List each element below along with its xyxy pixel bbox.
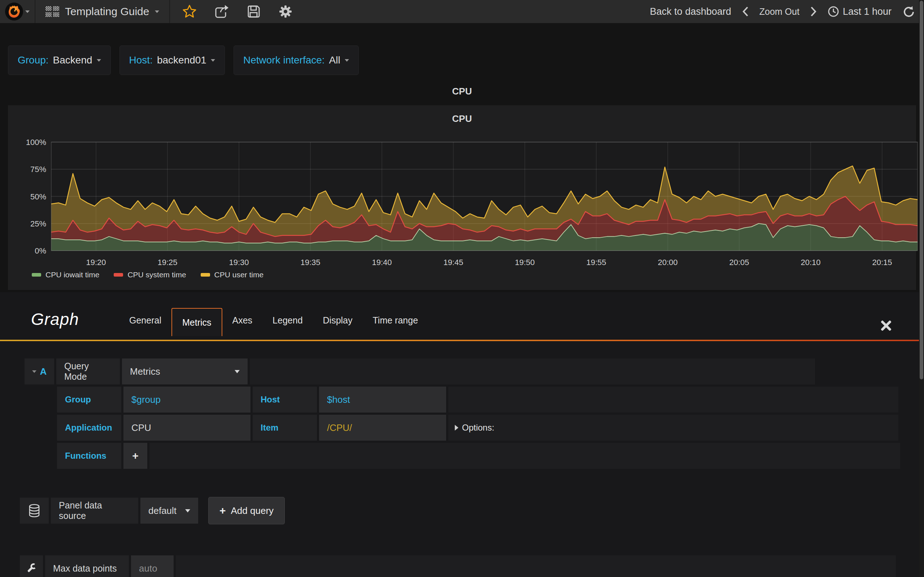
star-icon[interactable]: [182, 4, 197, 19]
wrench-cell: [20, 555, 43, 577]
datasource-label: Panel data source: [51, 498, 138, 524]
variable-host[interactable]: Host: backend01: [120, 45, 225, 75]
datasource-icon-cell: [20, 498, 49, 524]
svg-text:19:20: 19:20: [86, 258, 106, 267]
legend-item-iowait[interactable]: CPU iowait time: [32, 271, 99, 279]
svg-text:19:25: 19:25: [157, 258, 177, 267]
time-picker[interactable]: Last 1 hour: [828, 6, 892, 17]
clock-icon: [828, 6, 839, 17]
svg-text:19:35: 19:35: [300, 258, 320, 267]
svg-text:25%: 25%: [30, 219, 46, 228]
zoom-left-chevron-icon[interactable]: [742, 6, 749, 17]
svg-text:20:05: 20:05: [729, 258, 749, 267]
tab-axes[interactable]: Axes: [222, 309, 263, 332]
panel-editor: Graph General Metrics Axes Legend Displa…: [0, 292, 924, 577]
tab-display[interactable]: Display: [313, 309, 363, 332]
logo-dropdown-caret: [25, 10, 30, 13]
svg-text:19:45: 19:45: [443, 258, 463, 267]
item-field-input[interactable]: /CPU/: [319, 415, 446, 441]
dashboard-title-dropdown[interactable]: Templating Guide: [36, 0, 169, 23]
top-nav: Templating Guide Ba: [0, 0, 924, 23]
query-row-filler: [250, 358, 815, 384]
scrollbar-thumb[interactable]: [920, 1, 923, 379]
wrench-icon: [26, 562, 37, 574]
query-row-functions: Functions +: [57, 443, 900, 469]
legend-item-system[interactable]: CPU system time: [114, 271, 186, 279]
grafana-logo: [5, 3, 23, 21]
svg-text:20:00: 20:00: [657, 258, 677, 267]
select-caret-icon: [234, 370, 240, 373]
row-filler: [149, 443, 900, 469]
chart-legend: CPU iowait time CPU system time CPU user…: [32, 271, 263, 279]
tab-underline: [0, 340, 924, 341]
panel-title[interactable]: CPU: [8, 113, 916, 124]
dashboard-grid-icon: [45, 6, 59, 17]
query-collapse-toggle[interactable]: A: [24, 358, 54, 384]
functions-label: Functions: [57, 443, 121, 469]
query-row-group-host: Group $group Host $host: [57, 387, 898, 413]
gear-icon[interactable]: [278, 4, 293, 19]
query-row-a: A Query Mode Metrics: [24, 358, 815, 384]
variable-group-value: Backend: [53, 55, 92, 66]
tab-metrics[interactable]: Metrics: [171, 308, 222, 336]
back-to-dashboard-link[interactable]: Back to dashboard: [650, 6, 731, 17]
svg-text:19:50: 19:50: [515, 258, 535, 267]
variable-group[interactable]: Group: Backend: [8, 45, 111, 75]
add-query-button[interactable]: + Add query: [208, 497, 285, 524]
save-icon[interactable]: [247, 4, 261, 19]
panel-type-title: Graph: [31, 309, 79, 329]
grafana-flame-icon: [7, 4, 21, 19]
zoom-out-button[interactable]: Zoom Out: [759, 6, 800, 17]
variable-host-label: Host:: [129, 55, 153, 66]
host-field-input[interactable]: $host: [319, 387, 446, 413]
variable-network-interface-label: Network interface:: [243, 55, 325, 66]
application-field-label: Application: [57, 415, 121, 441]
options-expand-icon: [455, 425, 459, 430]
item-field-label: Item: [253, 415, 317, 441]
row-filler: [176, 555, 896, 577]
svg-text:0%: 0%: [35, 246, 46, 255]
variable-network-interface-caret: [345, 59, 349, 62]
add-function-button[interactable]: +: [123, 443, 147, 469]
group-field-input[interactable]: $group: [123, 387, 250, 413]
query-mode-label: Query Mode: [56, 358, 120, 384]
zoom-right-chevron-icon[interactable]: [810, 6, 817, 17]
options-toggle[interactable]: Options:: [448, 415, 898, 441]
variable-host-caret: [211, 59, 215, 62]
max-data-points-input[interactable]: auto: [131, 555, 174, 577]
legend-swatch-user: [201, 273, 210, 277]
max-data-points-row: Max data points auto: [20, 555, 896, 577]
variable-group-label: Group:: [18, 55, 49, 66]
svg-text:75%: 75%: [30, 165, 46, 174]
svg-text:20:15: 20:15: [872, 258, 892, 267]
dashboard-row-title: CPU: [0, 86, 924, 97]
close-editor-icon[interactable]: [880, 319, 892, 332]
variable-host-value: backend01: [157, 55, 207, 66]
select-caret-icon: [185, 509, 190, 513]
tab-time-range[interactable]: Time range: [363, 309, 428, 332]
query-row-application-item: Application CPU Item /CPU/ Options:: [57, 415, 898, 441]
grafana-logo-menu[interactable]: [0, 0, 35, 23]
variable-network-interface[interactable]: Network interface: All: [234, 45, 359, 75]
variable-group-caret: [97, 59, 101, 62]
dashboard-title-caret: [155, 10, 159, 13]
scrollbar-track[interactable]: [919, 0, 924, 577]
options-label: Options:: [462, 423, 494, 433]
refresh-icon[interactable]: [902, 5, 914, 18]
application-field-input[interactable]: CPU: [123, 415, 250, 441]
time-range-label: Last 1 hour: [843, 6, 892, 17]
tab-general[interactable]: General: [119, 309, 171, 332]
share-icon[interactable]: [214, 4, 229, 19]
legend-item-user[interactable]: CPU user time: [201, 271, 264, 279]
svg-text:100%: 100%: [26, 138, 46, 147]
cpu-chart: 0%25%50%75%100%19:2019:2519:3019:3519:40…: [19, 134, 922, 268]
collapse-caret-icon: [32, 371, 36, 373]
svg-text:19:30: 19:30: [229, 258, 249, 267]
svg-text:19:40: 19:40: [372, 258, 392, 267]
query-mode-select[interactable]: Metrics: [122, 358, 247, 384]
datasource-select[interactable]: default: [141, 498, 198, 524]
tab-legend[interactable]: Legend: [262, 309, 313, 332]
max-data-points-label: Max data points: [45, 555, 129, 577]
variable-network-interface-value: All: [329, 55, 340, 66]
template-variables-row: Group: Backend Host: backend01 Network i…: [8, 45, 359, 75]
